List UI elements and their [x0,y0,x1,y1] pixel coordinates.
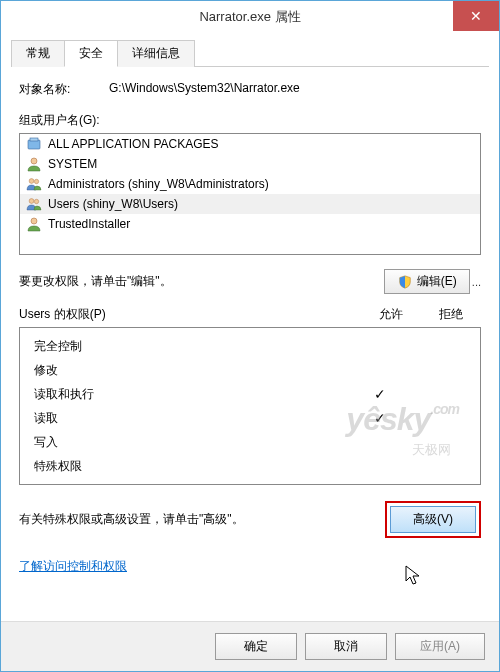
edit-row: 要更改权限，请单击"编辑"。 编辑(E) ... [19,269,481,294]
learn-more-link[interactable]: 了解访问控制和权限 [19,558,127,575]
permission-label: 读取和执行 [34,386,350,403]
permission-row: 特殊权限 [34,454,470,478]
permission-label: 写入 [34,434,350,451]
permission-row: 修改 [34,358,470,382]
permission-row: 读取✓ [34,406,470,430]
list-item[interactable]: Users (shiny_W8\Users) [20,194,480,214]
edit-button-label: 编辑(E) [417,273,457,290]
tab-strip: 常规 安全 详细信息 [1,33,499,67]
dialog-footer: 确定 取消 应用(A) [1,621,499,671]
ok-button[interactable]: 确定 [215,633,297,660]
list-item-label: ALL APPLICATION PACKAGES [48,137,219,151]
users-icon [26,196,42,212]
advanced-text: 有关特殊权限或高级设置，请单击"高级"。 [19,511,385,528]
svg-rect-1 [30,138,38,141]
edit-text: 要更改权限，请单击"编辑"。 [19,273,384,290]
permission-row: 写入 [34,430,470,454]
object-name-row: 对象名称: G:\Windows\System32\Narrator.exe [19,81,481,98]
apply-button[interactable]: 应用(A) [395,633,485,660]
list-item[interactable]: TrustedInstaller [20,214,480,234]
user-icon [26,156,42,172]
svg-point-4 [34,179,38,183]
list-item-label: Administrators (shiny_W8\Administrators) [48,177,269,191]
package-icon [26,136,42,152]
permissions-box: 完全控制修改读取和执行✓读取✓写入特殊权限 [19,327,481,485]
tab-security[interactable]: 安全 [64,40,118,67]
permission-label: 特殊权限 [34,458,350,475]
list-item[interactable]: Administrators (shiny_W8\Administrators) [20,174,480,194]
ellipsis-text: ... [472,276,481,288]
list-item-label: TrustedInstaller [48,217,130,231]
list-item-label: SYSTEM [48,157,97,171]
svg-point-6 [34,199,38,203]
groups-label: 组或用户名(G): [19,112,481,129]
list-item[interactable]: SYSTEM [20,154,480,174]
svg-point-2 [31,158,37,164]
svg-point-3 [29,179,34,184]
permission-label: 修改 [34,362,350,379]
permission-row: 读取和执行✓ [34,382,470,406]
permission-label: 读取 [34,410,350,427]
object-name-label: 对象名称: [19,81,109,98]
groups-listbox[interactable]: ALL APPLICATION PACKAGESSYSTEMAdministra… [19,133,481,255]
list-item[interactable]: ALL APPLICATION PACKAGES [20,134,480,154]
advanced-highlight: 高级(V) [385,501,481,538]
deny-header: 拒绝 [421,306,481,323]
shield-icon [397,274,413,290]
list-item-label: Users (shiny_W8\Users) [48,197,178,211]
close-button[interactable]: ✕ [453,1,499,31]
tab-details[interactable]: 详细信息 [117,40,195,67]
tab-content: 对象名称: G:\Windows\System32\Narrator.exe 组… [1,67,499,585]
title-bar: Narrator.exe 属性 ✕ [1,1,499,33]
permission-allow: ✓ [350,386,410,402]
advanced-button[interactable]: 高级(V) [390,506,476,533]
svg-rect-0 [28,140,40,149]
permissions-header: Users 的权限(P) 允许 拒绝 [19,306,481,323]
allow-header: 允许 [361,306,421,323]
user-icon [26,216,42,232]
permission-allow: ✓ [350,410,410,426]
edit-button[interactable]: 编辑(E) [384,269,470,294]
permission-row: 完全控制 [34,334,470,358]
advanced-button-label: 高级(V) [413,512,453,526]
permission-label: 完全控制 [34,338,350,355]
tab-general[interactable]: 常规 [11,40,65,67]
object-name-value: G:\Windows\System32\Narrator.exe [109,81,481,98]
properties-window: Narrator.exe 属性 ✕ 常规 安全 详细信息 对象名称: G:\Wi… [0,0,500,672]
window-title: Narrator.exe 属性 [1,8,499,26]
advanced-row: 有关特殊权限或高级设置，请单击"高级"。 高级(V) [19,501,481,538]
cancel-button[interactable]: 取消 [305,633,387,660]
permissions-title: Users 的权限(P) [19,306,361,323]
users-icon [26,176,42,192]
svg-point-5 [29,199,34,204]
close-icon: ✕ [470,8,482,24]
svg-point-7 [31,218,37,224]
